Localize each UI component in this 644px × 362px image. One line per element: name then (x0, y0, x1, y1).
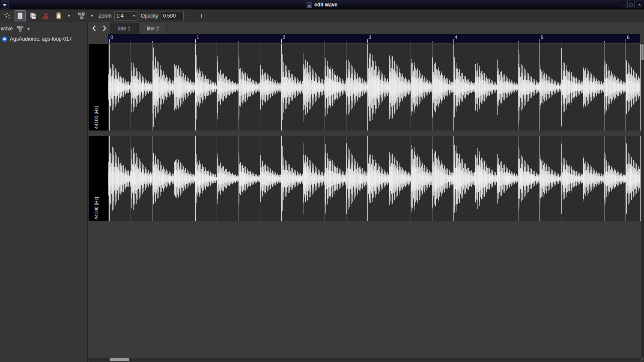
position-tool-icon (3, 12, 11, 20)
titlebar-center: edit wave (0, 0, 644, 9)
cut-icon (42, 12, 50, 20)
window-controls: ─ □ × (619, 1, 643, 8)
horizontal-scrollbar[interactable] (89, 358, 644, 362)
waveform-canvas-2[interactable] (108, 136, 640, 221)
select-tools-dropdown[interactable]: ▾ (89, 10, 95, 21)
zoom-label: Zoom (98, 13, 112, 19)
horizontal-scrollbar-handle[interactable] (110, 358, 129, 361)
machine-selector[interactable]: wave ▾ (0, 22, 87, 34)
close-button[interactable]: × (636, 1, 643, 8)
scroll-right-arrow-icon (641, 359, 643, 361)
machine-selector-label: wave (1, 26, 13, 32)
waveform-area-1[interactable] (108, 44, 641, 131)
edit-tools-dropdown[interactable]: ▾ (66, 10, 72, 21)
wave-panel-2: 44100 [Hz] (89, 136, 641, 221)
position-tool-button[interactable] (2, 10, 13, 21)
sample-rate-label: 44100 [Hz] (94, 197, 99, 220)
ruler-number: 3 (369, 35, 371, 40)
vertical-scrollbar[interactable] (641, 43, 644, 357)
ruler-number: 4 (455, 35, 457, 40)
tab-next-button[interactable] (100, 23, 109, 33)
cut-button[interactable] (40, 10, 51, 21)
app-icon (307, 2, 312, 8)
opacity-decrease-button[interactable]: − (185, 11, 195, 21)
chevron-left-icon (92, 25, 96, 32)
ruler: 0123456 (108, 34, 640, 43)
maximize-button[interactable]: □ (627, 1, 635, 8)
radio-selected-icon[interactable] (2, 36, 7, 42)
sidebar: wave ▾ AgsAudiorec: ags-loop-017 (0, 22, 88, 362)
tab-prev-button[interactable] (89, 23, 99, 33)
ruler-number: 2 (283, 35, 285, 40)
paste-icon (55, 12, 63, 20)
chevron-down-icon: ▾ (133, 13, 135, 18)
copy-button[interactable] (27, 10, 39, 21)
paste-button[interactable] (53, 10, 64, 21)
zoom-value: 1:4 (116, 13, 124, 19)
waveform-area-2[interactable] (108, 136, 641, 221)
select-tool-button[interactable] (76, 10, 87, 21)
opacity-label: Opacity (141, 13, 158, 19)
edit-wave-window: edit wave ─ □ × (0, 0, 644, 362)
window-title: edit wave (314, 2, 337, 8)
edit-tool-button[interactable] (15, 10, 26, 21)
wave-editor: line 1 line 2 0123456 44100 [Hz] 44100 [… (88, 22, 644, 362)
titlebar: edit wave ─ □ × (0, 0, 644, 9)
minimize-button[interactable]: ─ (619, 1, 626, 8)
rate-strip-1: 44100 [Hz] (89, 44, 108, 131)
copy-icon (29, 12, 37, 20)
toolbar: ▾ ▾ Zoom 1:4 ▾ Opacity − + (0, 9, 644, 22)
machine-icon (16, 25, 24, 32)
tab-line-1[interactable]: line 1 (110, 23, 139, 34)
waveform-canvas-1[interactable] (108, 44, 640, 131)
chevron-right-icon (102, 25, 107, 32)
select-tool-icon (78, 12, 86, 20)
ruler-number: 1 (197, 35, 199, 40)
edit-tool-icon (16, 12, 24, 20)
opacity-increase-button[interactable]: + (197, 11, 206, 21)
audio-channel-item[interactable]: AgsAudiorec: ags-loop-017 (0, 34, 87, 44)
tab-line-2[interactable]: line 2 (139, 23, 167, 34)
ruler-number: 0 (110, 35, 113, 40)
ruler-number: 6 (627, 35, 629, 40)
sample-rate-label: 44100 [Hz] (94, 106, 99, 129)
rate-strip-2: 44100 [Hz] (89, 136, 108, 221)
zoom-combo[interactable]: 1:4 ▾ (114, 11, 137, 21)
chevron-down-icon: ▾ (27, 27, 30, 31)
ruler-number: 5 (541, 35, 543, 40)
audio-channel-label: AgsAudiorec: ags-loop-017 (10, 36, 72, 42)
line-tabs: line 1 line 2 (110, 23, 167, 34)
wave-panel-1: 44100 [Hz] (89, 44, 641, 131)
vertical-scrollbar-handle[interactable] (641, 44, 644, 60)
opacity-input[interactable] (161, 12, 184, 20)
